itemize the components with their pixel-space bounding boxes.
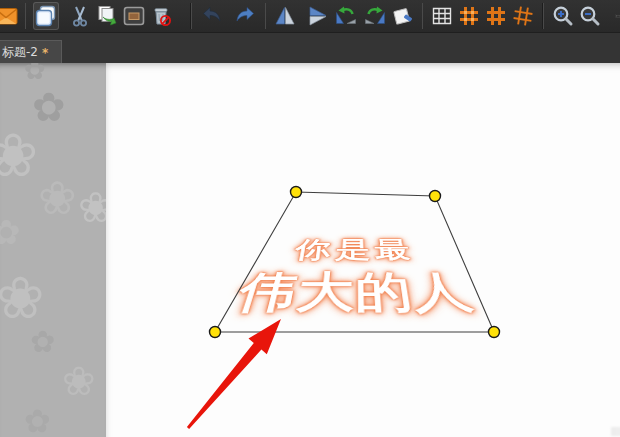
flower-ornament: ✿ — [0, 215, 21, 249]
free-transform-icon — [391, 4, 415, 28]
grid-icon — [430, 4, 454, 28]
rotate-right-icon — [362, 4, 388, 28]
flower-ornament: ❀ — [38, 175, 77, 221]
mesh-grid-dense-icon — [457, 4, 481, 28]
tab-title-2[interactable]: 标题-2 * — [0, 40, 62, 64]
watermark — [611, 427, 620, 436]
cut-button[interactable] — [68, 2, 92, 30]
toolbar-separator — [25, 3, 26, 29]
cut-icon — [68, 4, 92, 28]
wordart-line-1: 你是最 — [225, 235, 484, 264]
wordart-line-2: 伟大的人 — [200, 265, 510, 323]
flower-ornament: ❀ — [78, 187, 106, 229]
mesh-grid-button[interactable] — [484, 2, 508, 30]
mesh-grid-thin-button[interactable] — [511, 2, 535, 30]
flower-ornament: ✿ — [24, 405, 51, 437]
rotate-right-button[interactable] — [362, 2, 388, 30]
flower-ornament: ✿ — [30, 327, 55, 357]
flip-horizontal-icon — [273, 4, 297, 28]
zoom-out-button[interactable] — [578, 2, 602, 30]
clipped-toolbar-button[interactable] — [615, 2, 620, 30]
pattern-sidebar: ✿✿❀❀❀✿❀✿❀✿ — [0, 63, 106, 437]
toolbar-separator — [190, 3, 191, 29]
flip-vertical-icon — [306, 4, 330, 28]
grid-button[interactable] — [430, 2, 454, 30]
delete-icon — [149, 4, 173, 28]
undo-button[interactable] — [199, 2, 223, 30]
redo-icon — [234, 4, 258, 28]
copy-button[interactable] — [33, 2, 59, 30]
flip-vertical-button[interactable] — [306, 2, 330, 30]
paste-button[interactable] — [95, 2, 119, 30]
toolbar-separator — [265, 3, 266, 29]
image-export-button[interactable] — [122, 2, 146, 30]
main-toolbar — [0, 0, 620, 32]
envelope-icon — [0, 4, 18, 28]
flower-ornament: ❀ — [0, 125, 38, 185]
flower-ornament: ❀ — [62, 361, 96, 401]
tab-label: 标题-2 — [2, 44, 38, 61]
zoom-in-button[interactable] — [551, 2, 575, 30]
zoom-out-icon — [578, 4, 602, 28]
zoom-in-icon — [551, 4, 575, 28]
wordart-text-object[interactable]: 你是最 伟大的人 — [195, 235, 514, 333]
free-transform-button[interactable] — [391, 2, 415, 30]
flower-ornament: ✿ — [24, 63, 46, 83]
mesh-grid-icon — [484, 4, 508, 28]
image-export-icon — [122, 4, 146, 28]
flip-horizontal-button[interactable] — [273, 2, 297, 30]
flower-ornament: ❀ — [0, 269, 45, 327]
envelope-button[interactable] — [0, 2, 18, 30]
toolbar-separator — [542, 3, 543, 29]
tab-modified-indicator: * — [42, 46, 48, 60]
clipped-icon — [615, 4, 620, 28]
copy-icon — [34, 4, 58, 28]
rotate-left-icon — [333, 4, 359, 28]
delete-button[interactable] — [149, 2, 173, 30]
toolbar-separator — [422, 3, 423, 29]
rotate-left-button[interactable] — [333, 2, 359, 30]
mesh-grid-dense-button[interactable] — [457, 2, 481, 30]
wordart-editor-window: 标题-2 * ✿✿❀❀❀✿❀✿❀✿ 你是最 伟大的人 — [0, 0, 620, 437]
document-tabbar: 标题-2 * — [0, 32, 620, 64]
undo-icon — [199, 4, 223, 28]
redo-button[interactable] — [234, 2, 258, 30]
paste-icon — [95, 4, 119, 28]
mesh-grid-thin-icon — [511, 4, 535, 28]
